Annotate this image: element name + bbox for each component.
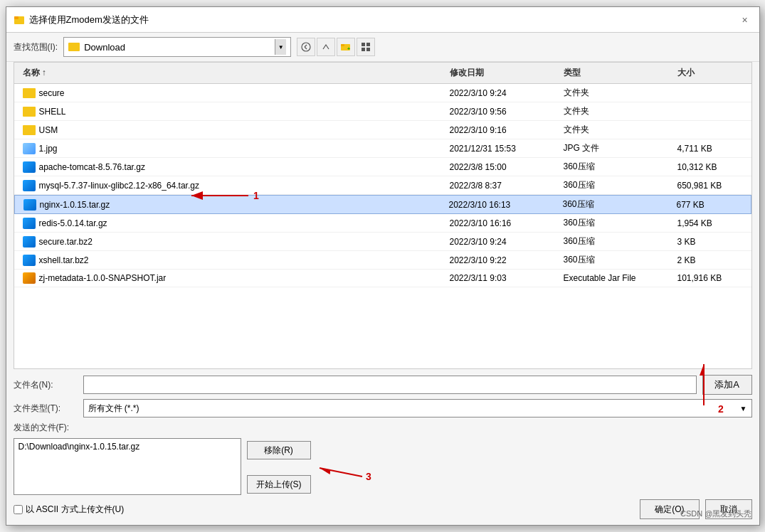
file-name-cell: mysql-5.7.37-linux-glibc2.12-x86_64.tar.…	[20, 179, 447, 192]
file-date: 2022/3/10 16:13	[449, 200, 511, 210]
remove-button[interactable]: 移除(R)	[247, 441, 311, 459]
file-list-area: 名称 ↑ 修改日期 类型 大小 secure 2022/3/10 9:24 文件…	[14, 62, 752, 369]
table-row[interactable]: secure 2022/3/10 9:24 文件夹	[14, 84, 751, 102]
toolbar: 查找范围(I): Download ▼ +	[6, 33, 759, 62]
file-name: mysql-5.7.37-linux-glibc2.12-x86_64.tar.…	[39, 181, 199, 191]
file-name-cell: apache-tomcat-8.5.76.tar.gz	[20, 161, 447, 174]
file-name-cell: secure.tar.bz2	[20, 235, 447, 248]
watermark: CSDN @黑发到头秃	[680, 509, 751, 519]
jar-icon	[23, 272, 36, 284]
ascii-label: 以 ASCII 方式上传文件(U)	[26, 504, 125, 516]
file-date: 2022/3/8 15:00	[450, 162, 507, 172]
titlebar: 选择使用Zmodem发送的文件 ×	[6, 7, 759, 33]
file-type-cell: 文件夹	[561, 86, 675, 100]
col-date: 修改日期	[447, 65, 561, 80]
file-type: 360压缩	[564, 235, 595, 248]
table-row[interactable]: xshell.tar.bz2 2022/3/10 9:22 360压缩 2 KB	[14, 251, 751, 270]
svg-rect-1	[14, 16, 19, 19]
titlebar-left: 选择使用Zmodem发送的文件	[14, 14, 149, 26]
ascii-checkbox-row: 以 ASCII 方式上传文件(U)	[14, 504, 125, 516]
sendfile-box: D:\Download\nginx-1.0.15.tar.gz	[14, 438, 241, 495]
file-date-cell: 2022/3/10 9:56	[447, 106, 561, 117]
add-button[interactable]: 添加A	[702, 375, 752, 395]
archive-icon	[23, 199, 36, 211]
ascii-checkbox[interactable]	[14, 505, 23, 514]
file-date: 2022/3/10 9:24	[450, 88, 507, 98]
archive-icon	[23, 255, 36, 266]
new-folder-button[interactable]: +	[337, 38, 355, 56]
current-folder-text: Download	[84, 42, 270, 53]
file-date: 2022/3/11 9:03	[450, 273, 507, 283]
table-row[interactable]: mysql-5.7.37-linux-glibc2.12-x86_64.tar.…	[14, 176, 751, 195]
bottom-section: 文件名(N): 添加A 文件类型(T): 所有文件 (*.*) ▼ 发送的文件(…	[6, 369, 759, 525]
table-row[interactable]: SHELL 2022/3/10 9:56 文件夹	[14, 102, 751, 121]
file-type: 360压缩	[564, 161, 595, 173]
file-type: Executable Jar File	[564, 273, 636, 283]
table-row[interactable]: 1.jpg 2021/12/31 15:53 JPG 文件 4,711 KB	[14, 139, 751, 158]
file-name-cell: secure	[20, 87, 447, 99]
folder-icon	[23, 88, 36, 98]
table-row[interactable]: USM 2022/3/10 9:16 文件夹	[14, 121, 751, 139]
nav-back-button[interactable]	[297, 38, 315, 56]
file-date-cell: 2022/3/11 9:03	[447, 272, 561, 284]
file-name: xshell.tar.bz2	[39, 255, 89, 265]
svg-rect-4	[341, 44, 344, 46]
folder-icon	[23, 125, 36, 135]
svg-point-2	[302, 43, 310, 51]
file-date-cell: 2022/3/8 8:37	[447, 180, 561, 191]
svg-rect-6	[362, 43, 365, 46]
combo-dropdown-arrow[interactable]: ▼	[275, 39, 286, 55]
file-type: 360压缩	[564, 179, 595, 191]
folder-icon	[23, 107, 36, 117]
nav-up-button[interactable]	[317, 38, 335, 56]
file-date: 2021/12/31 15:53	[450, 144, 516, 154]
filename-row: 文件名(N): 添加A	[14, 375, 752, 395]
filename-label: 文件名(N):	[14, 379, 78, 391]
file-type-cell: 360压缩	[561, 216, 675, 230]
close-button[interactable]: ×	[738, 13, 752, 27]
file-date: 2022/3/10 9:56	[450, 107, 507, 117]
file-size: 101,916 KB	[677, 273, 722, 283]
file-name: 1.jpg	[39, 144, 58, 154]
col-size: 大小	[675, 65, 746, 80]
filetype-label: 文件类型(T):	[14, 403, 78, 415]
search-range-label: 查找范围(I):	[14, 41, 58, 53]
file-date-cell: 2022/3/10 9:16	[447, 124, 561, 136]
file-name: USM	[39, 125, 58, 135]
table-row[interactable]: nginx-1.0.15.tar.gz 2022/3/10 16:13 360压…	[14, 195, 751, 214]
file-date: 2022/3/10 16:16	[450, 218, 512, 228]
sendfile-path: D:\Download\nginx-1.0.15.tar.gz	[19, 442, 140, 452]
file-size-cell: 1,954 KB	[675, 218, 746, 229]
filetype-select[interactable]: 所有文件 (*.*) ▼	[83, 399, 752, 417]
upload-button[interactable]: 开始上传(S)	[247, 475, 311, 494]
archive-icon	[23, 236, 36, 248]
filename-input[interactable]	[83, 376, 697, 394]
file-type-cell: 360压缩	[561, 235, 675, 248]
file-type: 360压缩	[563, 198, 594, 211]
table-row[interactable]: zj-metadata-1.0.0-SNAPSHOT.jar 2022/3/11…	[14, 270, 751, 287]
svg-rect-7	[366, 43, 370, 46]
file-type-cell: 360压缩	[561, 253, 675, 267]
file-size-cell	[675, 129, 746, 131]
filetype-row: 文件类型(T): 所有文件 (*.*) ▼	[14, 399, 752, 417]
table-row[interactable]: redis-5.0.14.tar.gz 2022/3/10 16:16 360压…	[14, 214, 751, 233]
action-row: 以 ASCII 方式上传文件(U) 确定(O) 取消	[14, 499, 752, 519]
file-date-cell: 2022/3/10 9:22	[447, 255, 561, 266]
file-size-cell: 4,711 KB	[675, 143, 746, 154]
file-name: secure.tar.bz2	[39, 237, 93, 247]
file-size-cell: 101,916 KB	[675, 272, 746, 284]
file-dialog: 选择使用Zmodem发送的文件 × 查找范围(I): Download ▼ +	[6, 6, 760, 526]
folder-combo[interactable]: Download ▼	[63, 37, 291, 57]
file-name: secure	[39, 88, 65, 98]
filetype-value: 所有文件 (*.*)	[88, 403, 139, 415]
file-date: 2022/3/10 9:16	[450, 125, 507, 135]
send-section: D:\Download\nginx-1.0.15.tar.gz 移除(R) 开始…	[14, 438, 752, 495]
view-toggle-button[interactable]	[357, 38, 375, 56]
table-row[interactable]: secure.tar.bz2 2022/3/10 9:24 360压缩 3 KB	[14, 233, 751, 251]
table-row[interactable]: apache-tomcat-8.5.76.tar.gz 2022/3/8 15:…	[14, 158, 751, 176]
file-name-cell: 1.jpg	[20, 142, 447, 155]
file-type: 文件夹	[564, 87, 589, 99]
file-type-cell: 文件夹	[561, 123, 675, 137]
file-name-cell: zj-metadata-1.0.0-SNAPSHOT.jar	[20, 272, 447, 284]
file-type: 360压缩	[564, 254, 595, 266]
